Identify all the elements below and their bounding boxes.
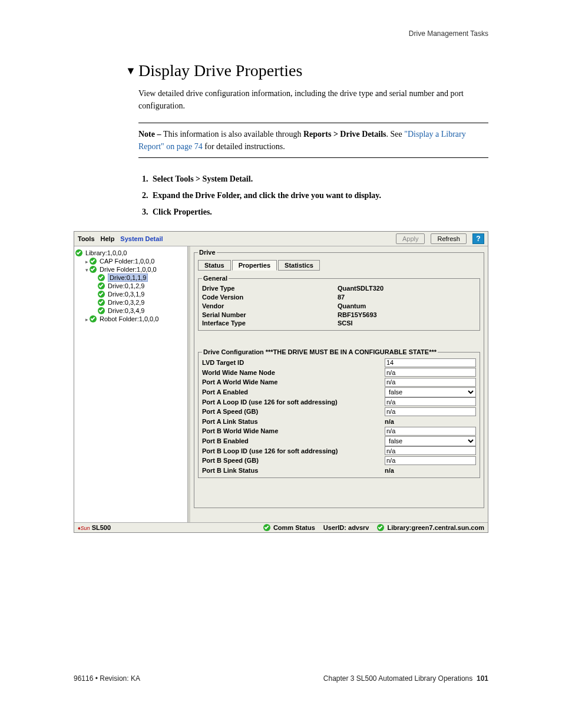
config-static-value: n/a — [385, 418, 394, 425]
general-key: Drive Type — [202, 284, 338, 293]
note-text-2: . See — [386, 130, 405, 139]
tree-node[interactable]: ▾ Drive Folder:1,0,0,0 — [75, 265, 186, 274]
config-key: Port B Loop ID (use 126 for soft address… — [202, 446, 385, 456]
config-row: Port B Link Statusn/a — [202, 466, 476, 476]
general-value: SCSI — [338, 319, 476, 328]
config-input[interactable] — [385, 358, 476, 367]
general-value: 87 — [338, 293, 476, 302]
menu-help[interactable]: Help — [101, 235, 115, 242]
tree-label[interactable]: Library:1,0,0,0 — [85, 249, 127, 256]
config-row: Port A Speed (GB) — [202, 407, 476, 417]
config-key: Port B Link Status — [202, 466, 385, 476]
check-icon — [98, 282, 105, 289]
config-select[interactable]: false — [385, 387, 476, 397]
tree-node[interactable]: Drive:0,3,4,9 — [75, 307, 186, 315]
tab-bar: StatusPropertiesStatistics — [198, 259, 480, 270]
user-id: UserID: advsrv — [323, 524, 369, 531]
config-key: Port A Enabled — [202, 387, 385, 397]
config-input[interactable] — [385, 446, 476, 455]
drive-config-legend: Drive Configuration ***THE DRIVE MUST BE… — [202, 348, 438, 355]
status-bar: ♦Sun SL500 Comm Status UserID: advsrv Li… — [74, 522, 488, 532]
config-input[interactable] — [385, 368, 476, 377]
general-row: Drive TypeQuantSDLT320 — [202, 284, 476, 293]
tree-label[interactable]: Drive:0,1,1,9 — [108, 274, 148, 282]
library-host: Library:green7.central.sun.com — [377, 524, 484, 531]
tree-label[interactable]: Drive:0,3,2,9 — [108, 299, 144, 306]
config-key: Port B Speed (GB) — [202, 456, 385, 466]
check-icon — [98, 307, 105, 314]
running-header: Drive Management Tasks — [74, 29, 488, 38]
main-panel: Drive StatusPropertiesStatistics General… — [188, 246, 488, 522]
config-row: Port B Loop ID (use 126 for soft address… — [202, 446, 476, 456]
config-key: Port A Link Status — [202, 417, 385, 427]
expand-icon[interactable]: ▾ — [84, 267, 90, 273]
config-input[interactable] — [385, 397, 476, 406]
general-value: Quantum — [338, 302, 476, 311]
general-key: Vendor — [202, 302, 338, 311]
tree-node[interactable]: Drive:0,1,1,9 — [75, 274, 186, 282]
expand-icon[interactable]: ▸ — [84, 317, 90, 322]
check-icon — [377, 524, 384, 531]
step-2: Expand the Drive Folder, and click the d… — [150, 187, 488, 204]
menu-tools[interactable]: Tools — [78, 235, 95, 242]
tree-label[interactable]: Robot Folder:1,0,0,0 — [100, 315, 158, 322]
config-key: Port B World Wide Name — [202, 426, 385, 436]
general-row: Code Version87 — [202, 293, 476, 302]
check-icon — [90, 266, 97, 273]
step-1: Select Tools > System Detail. — [150, 171, 488, 187]
apply-button[interactable]: Apply — [396, 233, 425, 244]
section-title: Display Drive Properties — [74, 61, 488, 80]
step-3: Click Properties. — [150, 204, 488, 220]
check-icon — [98, 299, 105, 306]
menu-system-detail[interactable]: System Detail — [120, 235, 163, 242]
config-input[interactable] — [385, 456, 476, 465]
tab-properties[interactable]: Properties — [232, 260, 277, 271]
note-text-1: This information is also available throu… — [163, 130, 303, 139]
general-key: Serial Number — [202, 311, 338, 319]
drive-config-fieldset: Drive Configuration ***THE DRIVE MUST BE… — [198, 348, 480, 478]
tree-node[interactable]: ▸ Robot Folder:1,0,0,0 — [75, 315, 186, 323]
tree-label[interactable]: Drive Folder:1,0,0,0 — [100, 266, 157, 273]
config-row: Port B Speed (GB) — [202, 456, 476, 466]
check-icon — [90, 315, 97, 322]
tree-label[interactable]: Drive:0,3,1,9 — [108, 291, 144, 298]
general-key: Code Version — [202, 293, 338, 302]
config-select[interactable]: false — [385, 436, 476, 446]
tab-statistics[interactable]: Statistics — [278, 260, 320, 271]
config-row: Port A Enabledfalse — [202, 387, 476, 397]
tree-node[interactable]: ▸ CAP Folder:1,0,0,0 — [75, 257, 186, 265]
config-row: Port A Link Statusn/a — [202, 417, 476, 427]
note-bold-path: Reports > Drive Details — [303, 130, 386, 139]
check-icon — [98, 291, 105, 298]
refresh-button[interactable]: Refresh — [431, 233, 467, 244]
check-icon — [90, 258, 97, 265]
general-key: Interface Type — [202, 319, 338, 328]
page-footer: 96116 • Revision: KA Chapter 3 SL500 Aut… — [74, 674, 488, 683]
general-value: QuantSDLT320 — [338, 284, 476, 293]
toolbar: Tools Help System Detail Apply Refresh ? — [74, 232, 488, 246]
tree-node[interactable]: Drive:0,3,2,9 — [75, 298, 186, 307]
tree-label[interactable]: CAP Folder:1,0,0,0 — [100, 258, 154, 265]
config-key: LVD Target ID — [202, 358, 385, 368]
footer-right: Chapter 3 SL500 Automated Library Operat… — [323, 674, 488, 683]
note-box: Note – This information is also availabl… — [138, 123, 488, 158]
tree-node[interactable]: Library:1,0,0,0 — [75, 249, 186, 257]
note-lead: Note – — [138, 130, 163, 139]
tree-panel: Library:1,0,0,0▸ CAP Folder:1,0,0,0▾ Dri… — [74, 246, 188, 522]
config-input[interactable] — [385, 378, 476, 387]
tree-node[interactable]: Drive:0,3,1,9 — [75, 290, 186, 298]
expand-icon[interactable]: ▸ — [84, 259, 90, 265]
check-icon — [98, 274, 105, 281]
tree-label[interactable]: Drive:0,1,2,9 — [108, 282, 144, 289]
tree-label[interactable]: Drive:0,3,4,9 — [108, 307, 144, 314]
help-icon[interactable]: ? — [472, 233, 484, 244]
config-row: Port A World Wide Name — [202, 377, 476, 387]
footer-left: 96116 • Revision: KA — [74, 674, 140, 683]
steps-list: Select Tools > System Detail. Expand the… — [74, 171, 488, 220]
config-input[interactable] — [385, 427, 476, 436]
tree-node[interactable]: Drive:0,1,2,9 — [75, 282, 186, 290]
config-input[interactable] — [385, 407, 476, 416]
tab-status[interactable]: Status — [198, 260, 231, 271]
config-row: Port A Loop ID (use 126 for soft address… — [202, 397, 476, 407]
config-row: World Wide Name Node — [202, 368, 476, 378]
